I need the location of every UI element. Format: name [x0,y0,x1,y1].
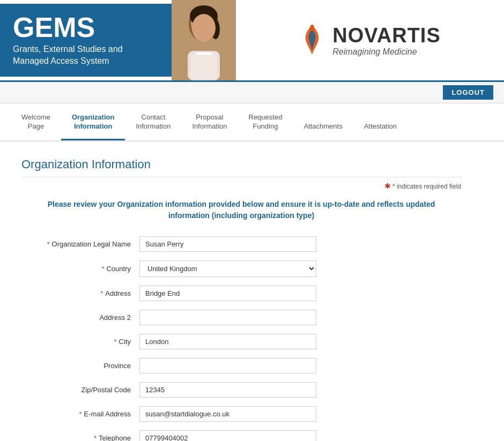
input-address2[interactable] [139,310,316,325]
input-telephone[interactable] [139,430,316,441]
input-org-legal-name[interactable] [139,236,316,252]
svg-point-9 [310,25,314,31]
input-address[interactable] [139,286,316,301]
main-content: Organization Information ✱ * indicates r… [0,141,483,441]
notice-text: Please review your Organization informat… [21,199,461,221]
logout-button[interactable]: LOGOUT [443,85,493,100]
input-zip[interactable] [139,382,316,398]
tab-proposal[interactable]: ProposalInformation [181,106,238,140]
field-province: Province [21,358,461,373]
page-title: Organization Information [21,158,461,177]
select-country[interactable]: United Kingdom United States France Germ… [139,260,316,277]
tab-attachments[interactable]: Attachments [293,115,353,140]
header: GEMS Grants, External Studies and Manage… [0,0,504,82]
novartis-name: NOVARTIS [332,24,441,47]
svg-rect-8 [196,53,212,55]
tab-contact[interactable]: ContactInformation [125,106,181,140]
label-city: *City [21,338,139,346]
tab-attestation[interactable]: Attestation [353,115,407,140]
tab-funding[interactable]: RequestedFunding [238,106,293,140]
label-address: *Address [21,289,139,297]
novartis-icon [299,24,325,57]
navigation-tabs: WelcomePage OrganizationInformation Cont… [0,106,504,141]
label-org-legal-name: *Organization Legal Name [21,240,139,248]
header-brand: GEMS Grants, External Studies and Manage… [0,4,172,77]
tab-welcome[interactable]: WelcomePage [11,106,61,140]
input-province[interactable] [139,358,316,373]
label-email: *E-mail Address [21,410,139,418]
novartis-logo: NOVARTIS Reimagining Medicine [299,24,441,57]
label-country: *Country [21,265,139,273]
field-telephone: *Telephone [21,430,461,441]
svg-point-5 [192,14,216,42]
header-right: NOVARTIS Reimagining Medicine [236,13,504,68]
field-address: *Address [21,286,461,301]
field-country: *Country United Kingdom United States Fr… [21,260,461,277]
gems-title: GEMS [13,13,159,41]
field-city: *City [21,334,461,349]
field-org-legal-name: *Organization Legal Name [21,236,461,252]
required-star: ✱ [384,182,391,190]
input-city[interactable] [139,334,316,349]
header-photo [172,0,236,80]
field-email: *E-mail Address [21,406,461,422]
field-zip: Zip/Postal Code [21,382,461,398]
label-zip: Zip/Postal Code [21,386,139,394]
input-email[interactable] [139,406,316,422]
novartis-tagline: Reimagining Medicine [332,47,441,57]
label-address2: Address 2 [21,313,139,322]
tab-organization[interactable]: OrganizationInformation [61,106,125,140]
svg-rect-7 [190,53,217,79]
top-bar: LOGOUT [0,82,504,103]
label-telephone: *Telephone [21,434,139,441]
novartis-text: NOVARTIS Reimagining Medicine [332,24,441,57]
required-field-note: ✱ * indicates required field [21,182,461,190]
field-address2: Address 2 [21,310,461,325]
label-province: Province [21,362,139,370]
gems-subtitle: Grants, External Studies and Managed Acc… [13,43,159,68]
